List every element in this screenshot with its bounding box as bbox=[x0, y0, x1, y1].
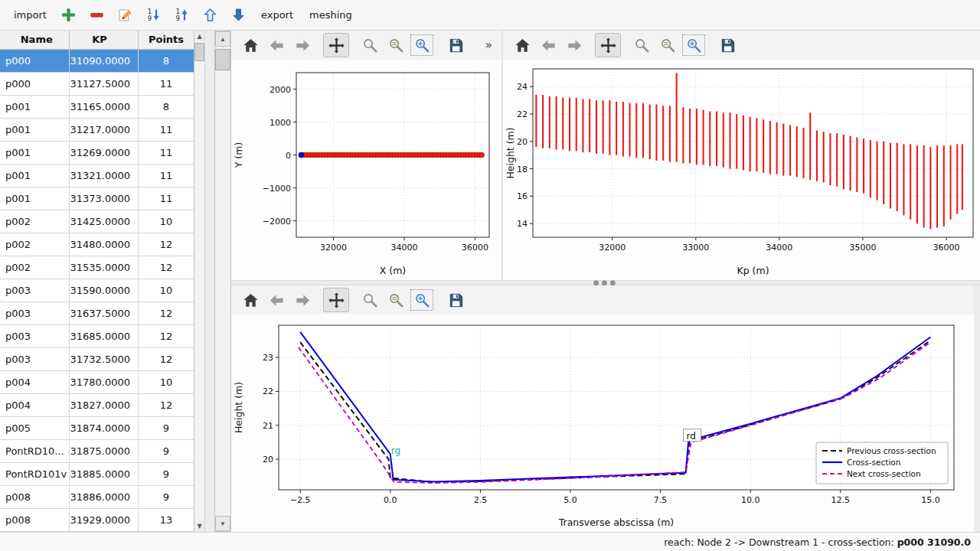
cell-kp[interactable]: 31269.0000 bbox=[69, 141, 138, 164]
table-row[interactable]: p00131321.000011 bbox=[0, 164, 194, 187]
table-scrollbar[interactable]: ▲ ▼ bbox=[194, 31, 205, 532]
long-profile-zoom-settings-button[interactable] bbox=[655, 33, 681, 57]
cell-name[interactable]: p003 bbox=[0, 279, 69, 302]
cell-name[interactable]: PontRD101v bbox=[0, 462, 69, 485]
cell-kp[interactable]: 31637.5000 bbox=[69, 302, 138, 324]
sort-ascending-button[interactable] bbox=[172, 5, 193, 26]
cell-kp[interactable]: 31165.0000 bbox=[69, 95, 138, 118]
cell-points[interactable]: 9 bbox=[138, 439, 194, 462]
table-scroll-up-button[interactable]: ▲ bbox=[194, 31, 204, 42]
import-button[interactable]: import bbox=[9, 6, 51, 24]
move-up-button[interactable] bbox=[200, 5, 221, 26]
table-row[interactable]: p00131217.000011 bbox=[0, 118, 194, 141]
cross-section-canvas[interactable]: −2.50.02.55.07.510.012.515.020212223rgrd… bbox=[231, 315, 974, 532]
long-profile-canvas[interactable]: 3200033000340003500036000141618202224Kp … bbox=[503, 60, 980, 280]
cell-kp[interactable]: 31321.0000 bbox=[69, 164, 138, 187]
cell-points[interactable]: 11 bbox=[138, 187, 194, 210]
cell-kp[interactable]: 31886.0000 bbox=[69, 485, 138, 508]
cell-points[interactable]: 11 bbox=[138, 164, 194, 187]
long-profile-home-button[interactable] bbox=[509, 33, 535, 57]
cell-points[interactable]: 10 bbox=[138, 210, 194, 233]
table-row[interactable]: p00531874.00009 bbox=[0, 416, 194, 439]
cell-kp[interactable]: 31885.0000 bbox=[69, 462, 138, 485]
cross-section-zoom-settings-button[interactable] bbox=[383, 288, 409, 312]
table-row[interactable]: p00131269.000011 bbox=[0, 141, 194, 164]
table-row[interactable]: p00031127.500011 bbox=[0, 72, 194, 95]
long-profile-save-button[interactable] bbox=[714, 33, 740, 57]
long-profile-zoom-button[interactable] bbox=[629, 33, 655, 57]
cell-kp[interactable]: 31127.5000 bbox=[69, 72, 138, 95]
cell-points[interactable]: 12 bbox=[138, 233, 194, 256]
cross-section-forward-button[interactable] bbox=[289, 288, 315, 312]
cell-points[interactable]: 11 bbox=[138, 141, 194, 164]
table-row[interactable]: p00331590.000010 bbox=[0, 279, 194, 302]
cell-kp[interactable]: 31090.0000 bbox=[69, 49, 138, 72]
table-row[interactable]: p00031090.00008 bbox=[0, 49, 194, 72]
table-row[interactable]: p00131165.00008 bbox=[0, 95, 194, 118]
cell-points[interactable]: 12 bbox=[138, 256, 194, 279]
table-row[interactable]: p00831886.00009 bbox=[0, 485, 194, 508]
cell-points[interactable]: 8 bbox=[138, 49, 194, 72]
plan-view-zoom-select-button[interactable] bbox=[409, 33, 435, 57]
splitter-handle[interactable]: ●●● bbox=[593, 281, 619, 285]
move-down-button[interactable] bbox=[228, 5, 250, 26]
cell-points[interactable]: 11 bbox=[138, 118, 194, 141]
cell-name[interactable]: p002 bbox=[0, 233, 69, 256]
panel-scroll-thumb[interactable] bbox=[215, 49, 230, 70]
plan-view-save-button[interactable] bbox=[443, 33, 469, 57]
cell-kp[interactable]: 31827.0000 bbox=[69, 393, 138, 416]
cell-name[interactable]: p001 bbox=[0, 187, 69, 210]
horizontal-splitter[interactable]: ●●● bbox=[231, 280, 980, 285]
export-button[interactable]: export bbox=[256, 6, 298, 24]
cell-points[interactable]: 9 bbox=[138, 462, 194, 485]
table-row[interactable]: p00331637.500012 bbox=[0, 302, 194, 324]
plan-view-zoom-settings-button[interactable] bbox=[383, 33, 409, 57]
panel-scroll-down-button[interactable]: ▼ bbox=[215, 516, 230, 531]
cell-kp[interactable]: 31373.0000 bbox=[69, 187, 138, 210]
cell-points[interactable]: 10 bbox=[138, 279, 194, 302]
plan-view-zoom-button[interactable] bbox=[357, 33, 383, 57]
panel-scroll-up-button[interactable]: ▲ bbox=[215, 31, 230, 47]
plan-view-back-button[interactable] bbox=[263, 33, 289, 57]
remove-section-button[interactable] bbox=[87, 5, 108, 26]
table-row[interactable]: PontRD101v31885.00009 bbox=[0, 462, 194, 485]
table-row[interactable]: PontRD10...31875.00009 bbox=[0, 439, 194, 462]
cell-kp[interactable]: 31732.5000 bbox=[69, 347, 138, 370]
table-row[interactable]: p00231425.000010 bbox=[0, 210, 194, 233]
plan-view-canvas[interactable]: 320003400036000−2000−1000010002000X (m)Y… bbox=[231, 60, 501, 280]
long-profile-forward-button[interactable] bbox=[561, 33, 587, 57]
table-scroll-thumb[interactable] bbox=[194, 43, 204, 61]
column-header-name[interactable]: Name bbox=[0, 31, 69, 49]
cell-name[interactable]: p003 bbox=[0, 347, 69, 370]
table-scroll-down-button[interactable]: ▼ bbox=[194, 520, 204, 532]
column-header-points[interactable]: Points bbox=[138, 31, 194, 49]
table-row[interactable]: p00831929.000013 bbox=[0, 508, 194, 531]
cell-kp[interactable]: 31480.0000 bbox=[69, 233, 138, 256]
table-row[interactable]: p00331732.500012 bbox=[0, 347, 194, 370]
cell-name[interactable]: p001 bbox=[0, 141, 69, 164]
table-row[interactable]: p00331685.000012 bbox=[0, 324, 194, 347]
meshing-button[interactable]: meshing bbox=[305, 6, 357, 24]
cell-kp[interactable]: 31780.0000 bbox=[69, 370, 138, 393]
cross-section-back-button[interactable] bbox=[263, 288, 289, 312]
cell-kp[interactable]: 31217.0000 bbox=[69, 118, 138, 141]
cell-name[interactable]: p000 bbox=[0, 72, 69, 95]
cell-points[interactable]: 9 bbox=[138, 485, 194, 508]
cell-name[interactable]: p001 bbox=[0, 164, 69, 187]
plan-view-pan-button[interactable] bbox=[323, 33, 349, 57]
cell-points[interactable]: 12 bbox=[138, 347, 194, 370]
cell-points[interactable]: 12 bbox=[138, 393, 194, 416]
cell-name[interactable]: p001 bbox=[0, 95, 69, 118]
cell-kp[interactable]: 31685.0000 bbox=[69, 324, 138, 347]
table-row[interactable]: p00431780.000010 bbox=[0, 370, 194, 393]
cell-name[interactable]: p008 bbox=[0, 485, 69, 508]
cell-name[interactable]: p002 bbox=[0, 210, 69, 233]
cell-points[interactable]: 10 bbox=[138, 370, 194, 393]
cell-name[interactable]: p004 bbox=[0, 393, 69, 416]
toolbar-overflow-chevron[interactable]: » bbox=[482, 38, 495, 52]
plan-view-forward-button[interactable] bbox=[289, 33, 315, 57]
add-section-button[interactable] bbox=[58, 5, 80, 26]
edit-section-button[interactable] bbox=[115, 5, 136, 26]
column-header-kp[interactable]: KP bbox=[69, 31, 138, 49]
cell-points[interactable]: 11 bbox=[138, 72, 194, 95]
